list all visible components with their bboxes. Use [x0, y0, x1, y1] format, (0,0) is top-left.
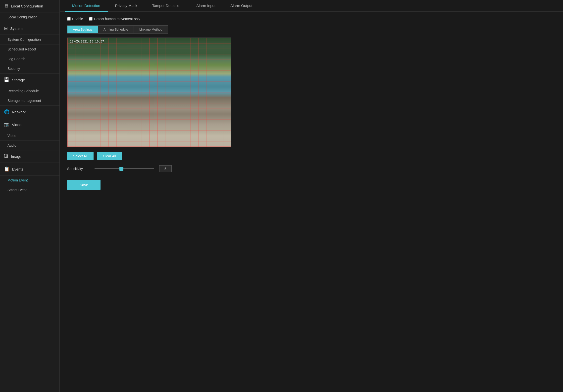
button-row: Select All Clear All — [67, 152, 556, 160]
sensitivity-label: Sensitivity — [67, 167, 90, 171]
sidebar-section-network-label: Network — [12, 110, 26, 114]
enable-checkbox-label[interactable]: Enable — [67, 17, 83, 21]
sidebar-section-system-label: System — [10, 26, 23, 31]
sidebar-section-video[interactable]: 📷 Video — [0, 118, 59, 131]
sidebar-item-scheduled-reboot[interactable]: Scheduled Reboot — [0, 44, 59, 54]
sidebar-section-events-label: Events — [12, 167, 23, 171]
storage-icon: 💾 — [4, 77, 9, 83]
detect-human-checkbox-label[interactable]: Detect human movement only — [89, 17, 140, 21]
sidebar-section-storage[interactable]: 💾 Storage — [0, 74, 59, 86]
sidebar-item-storage-management[interactable]: Storage management — [0, 96, 59, 106]
tab-alarm-input[interactable]: Alarm Input — [189, 0, 223, 12]
video-timestamp: 10/05/2021 15:10:37 — [70, 40, 104, 43]
sidebar-item-log-search[interactable]: Log Search — [0, 54, 59, 64]
sidebar-section-network[interactable]: 🌐 Network — [0, 106, 59, 118]
sidebar-item-security[interactable]: Security — [0, 64, 59, 74]
sidebar-item-video[interactable]: Video — [0, 131, 59, 141]
sidebar-item-recording-schedule[interactable]: Recording Schedule — [0, 86, 59, 96]
save-button[interactable]: Save — [67, 180, 101, 190]
sidebar-section-video-label: Video — [12, 123, 21, 127]
sidebar-section-image[interactable]: 🖼 Image — [0, 150, 59, 163]
image-icon: 🖼 — [4, 154, 8, 159]
sub-tab-area-settings[interactable]: Area Settings — [67, 26, 98, 33]
main-content: Motion Detection Privacy Mask Tamper Det… — [60, 0, 563, 392]
tab-privacy-mask[interactable]: Privacy Mask — [108, 0, 145, 12]
sidebar-section-storage-label: Storage — [12, 78, 25, 82]
sidebar-section-events[interactable]: 📋 Events — [0, 163, 59, 175]
sidebar-item-smart-event[interactable]: Smart Event — [0, 185, 59, 195]
sidebar-section-local-config[interactable]: 🖥 Local Configuration — [0, 0, 59, 12]
network-icon: 🌐 — [4, 109, 9, 115]
sensitivity-slider[interactable] — [95, 168, 154, 169]
sensitivity-row: Sensitivity — [67, 165, 556, 172]
video-preview: 10/05/2021 15:10:37 — [67, 38, 231, 147]
detect-human-checkbox[interactable] — [89, 17, 93, 21]
sidebar-item-audio[interactable]: Audio — [0, 141, 59, 150]
sidebar-item-motion-event[interactable]: Motion Event — [0, 175, 59, 185]
clear-all-button[interactable]: Clear All — [97, 152, 122, 160]
sidebar: 🖥 Local Configuration Local Configuratio… — [0, 0, 60, 392]
sidebar-item-system-config[interactable]: System Configuration — [0, 35, 59, 44]
tab-alarm-output[interactable]: Alarm Output — [223, 0, 260, 12]
events-icon: 📋 — [4, 166, 9, 172]
select-all-button[interactable]: Select All — [67, 152, 94, 160]
checkbox-row: Enable Detect human movement only — [67, 17, 556, 21]
tab-tamper-detection[interactable]: Tamper Detection — [145, 0, 189, 12]
sidebar-section-local-config-label: Local Configuration — [11, 4, 43, 8]
sidebar-section-system[interactable]: ⊞ System — [0, 22, 59, 35]
video-icon: 📷 — [4, 122, 9, 127]
content-area: Enable Detect human movement only Area S… — [60, 12, 563, 392]
sub-tabs: Area Settings Arming Schedule Linkage Me… — [67, 25, 168, 34]
monitor-icon: 🖥 — [4, 3, 8, 9]
sidebar-section-image-label: Image — [11, 154, 21, 159]
enable-checkbox[interactable] — [67, 17, 71, 21]
video-scene — [67, 38, 231, 147]
sensitivity-value-input[interactable] — [159, 165, 172, 172]
sub-tab-arming-schedule[interactable]: Arming Schedule — [98, 26, 134, 33]
tab-motion-detection[interactable]: Motion Detection — [65, 0, 108, 12]
top-tabs: Motion Detection Privacy Mask Tamper Det… — [60, 0, 563, 12]
system-icon: ⊞ — [4, 26, 8, 31]
sub-tab-linkage-method[interactable]: Linkage Method — [134, 26, 168, 33]
sidebar-item-local-configuration[interactable]: Local Configuration — [0, 12, 59, 22]
